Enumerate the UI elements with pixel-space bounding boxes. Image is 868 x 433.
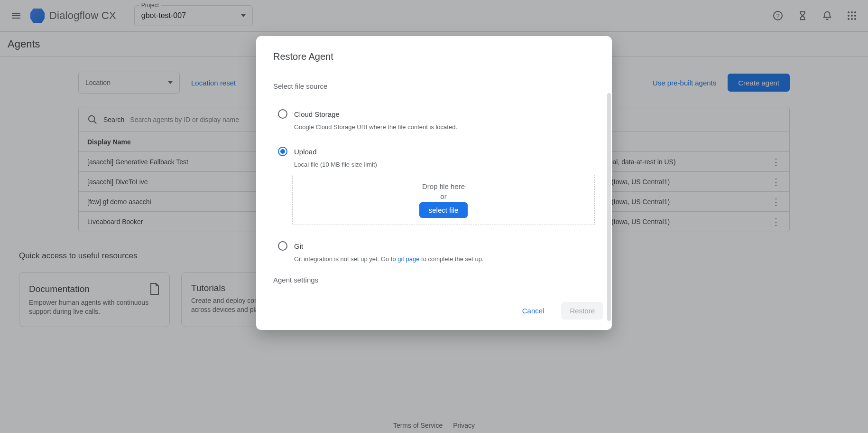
modal-scrim[interactable]: Restore Agent Select file source Cloud S… (0, 0, 868, 433)
option-git: Git Git integration is not set up yet. G… (273, 241, 595, 263)
file-dropzone[interactable]: Drop file here or select file (292, 175, 595, 225)
radio-desc: Google Cloud Storage URI where the file … (294, 123, 595, 131)
dialog-actions: Cancel Restore (256, 289, 612, 320)
agent-settings-label: Agent settings (273, 276, 595, 284)
option-cloud-storage: Cloud Storage Google Cloud Storage URI w… (273, 109, 595, 131)
git-desc-post: to complete the set up. (420, 255, 484, 263)
radio-label: Git (294, 242, 303, 250)
radio-label: Cloud Storage (294, 110, 340, 118)
radio-cloud-storage[interactable] (278, 109, 287, 119)
dropzone-or: or (440, 192, 446, 200)
dialog-title: Restore Agent (273, 51, 595, 62)
cancel-button[interactable]: Cancel (514, 302, 553, 320)
restore-agent-dialog: Restore Agent Select file source Cloud S… (256, 36, 612, 330)
select-source-label: Select file source (273, 82, 595, 90)
git-desc-pre: Git integration is not set up yet. Go to (294, 255, 397, 263)
option-upload: Upload Local file (10 MB file size limit… (273, 147, 595, 225)
scrollbar[interactable] (607, 93, 611, 321)
radio-desc: Local file (10 MB file size limit) (294, 161, 595, 168)
radio-upload[interactable] (278, 147, 287, 156)
radio-desc: Git integration is not set up yet. Go to… (294, 255, 595, 263)
git-page-link[interactable]: git page (397, 255, 419, 263)
select-file-button[interactable]: select file (419, 202, 468, 218)
dropzone-text: Drop file here (422, 182, 465, 190)
radio-label: Upload (294, 148, 317, 156)
restore-button: Restore (561, 302, 603, 320)
radio-git[interactable] (278, 241, 287, 251)
